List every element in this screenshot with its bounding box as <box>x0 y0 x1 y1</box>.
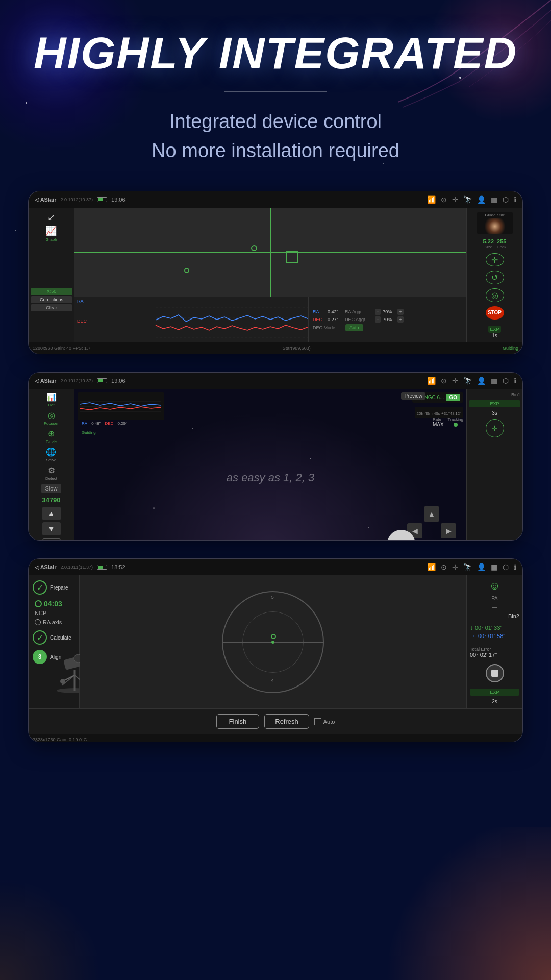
s2-dir-down[interactable]: ▼ <box>424 540 439 541</box>
s1-dec-minus[interactable]: − <box>375 316 381 323</box>
s1-refresh-btn[interactable]: ↺ <box>486 271 504 284</box>
s2-guide-item[interactable]: ⊕ Guide <box>46 429 57 444</box>
s2-tracking-indicator <box>454 423 458 427</box>
s1-ra-row: RA 0.42" RA Aggr − 70% + <box>313 309 406 315</box>
s2-dir-right[interactable]: ▶ <box>441 523 456 538</box>
s1-ra-val: 0.42" <box>328 309 343 314</box>
guide-star-preview: Guide Star <box>477 212 513 234</box>
s1-corrections-btn[interactable]: Corrections <box>31 296 72 303</box>
s2-preview-btn-area: Preview <box>401 392 425 400</box>
s2-af-btn[interactable]: AF <box>42 538 61 541</box>
s1-dec-mode-val[interactable]: Auto <box>345 324 363 331</box>
s1-clear-btn[interactable]: Clear <box>31 304 72 311</box>
s3-total-error-label: Total Error <box>470 647 519 652</box>
s3-step-prepare: ✓ Prepare <box>33 580 75 595</box>
s1-guide-controls: RA 0.42" RA Aggr − 70% + DEC 0.27" DEC A… <box>308 297 410 342</box>
s3-coords: ↓ 00° 01' 33" → 00° 01' 58" <box>470 624 519 641</box>
s2-tracking-label: Tracking <box>448 417 463 422</box>
s1-ra-plus[interactable]: + <box>397 309 403 315</box>
guide-star-image <box>482 218 508 234</box>
s1-dec-mode-label: DEC Mode <box>313 325 343 330</box>
s3-auto-check[interactable] <box>314 718 321 725</box>
s2-solve-item[interactable]: 🌐 Solve <box>46 447 56 462</box>
wifi-icon: 📶 <box>427 195 436 204</box>
s2-people-icon: 👤 <box>477 377 486 385</box>
s1-crosshair-btn[interactable]: ✛ <box>486 253 504 267</box>
dec-wave-label: DEC <box>77 318 87 324</box>
s2-exp-badge: EXP <box>469 400 520 407</box>
s3-coord-row-2: → 00° 01' 58" <box>470 632 519 640</box>
camera-icon: ⊙ <box>441 195 447 204</box>
ra-circle <box>35 619 41 625</box>
s3-auto-checkbox[interactable]: Auto <box>314 718 335 725</box>
check-icon-1: ✓ <box>37 583 43 593</box>
s3-topbar-icons: 📶 ⊙ ✛ 🔭 👤 ▦ ⬡ ℹ <box>427 563 516 571</box>
target-crosshair-icon: ✛ <box>492 424 498 432</box>
s3-topbar: ◁ ASIair 2.0.1011(11.37) 18:52 📶 ⊙ ✛ 🔭 👤… <box>29 559 522 575</box>
s1-graph-item[interactable]: 📈 Graph <box>45 225 57 242</box>
s3-battery <box>97 565 107 570</box>
s3-main-view: 5' 4' <box>80 575 466 708</box>
s2-target-name[interactable]: NGC 6... <box>424 395 444 400</box>
s2-go-btn[interactable]: GO <box>446 394 460 401</box>
s1-dec-plus[interactable]: + <box>397 316 403 323</box>
s3-target-icon: ✛ <box>452 563 458 571</box>
s1-app-name: ◁ ASIair <box>35 197 56 203</box>
focuser-icon: ◎ <box>48 410 55 420</box>
s3-grid-icon: ▦ <box>491 563 497 571</box>
s2-preview-btn[interactable]: Preview <box>401 392 425 400</box>
s2-dec-label: DEC <box>105 421 114 426</box>
s1-x50-btn[interactable]: X:50 <box>31 288 72 295</box>
s2-dir-up[interactable]: ▲ <box>424 506 439 522</box>
s3-finish-btn[interactable]: Finish <box>216 714 260 729</box>
s2-bin-label: Bin1 <box>469 392 520 397</box>
s3-coord2-val: 00° 01' 58" <box>478 633 505 639</box>
s2-shutter-btn[interactable] <box>387 530 415 541</box>
s3-bt-icon: ⬡ <box>503 563 509 571</box>
s1-graph-area: RA DEC RA 0.42" RA Aggr − 70% + <box>74 208 466 342</box>
s2-hot-item[interactable]: 📊 Hot <box>46 392 57 407</box>
s3-arrow-right: → <box>470 632 476 640</box>
s2-app-name: ◁ ASIair <box>35 378 56 384</box>
s1-ra-minus[interactable]: − <box>375 309 381 315</box>
s1-statusbar: 1280x960 Gain: 40 FPS: 1.7 Star(989,503)… <box>29 342 522 354</box>
s2-graph-labels: RA 0.48" DEC 0.29" <box>80 420 162 427</box>
s3-refresh-btn[interactable]: Refresh <box>264 714 309 729</box>
polar-label-5: 5' <box>271 595 275 600</box>
s1-ra-aggr-val: 70% <box>383 309 395 314</box>
s1-exp-section: EXP 1s <box>488 326 500 338</box>
s2-topbar: ◁ ASIair 2.0.1012(10.37) 19:06 📶 ⊙ ✛ 🔭 👤… <box>29 373 522 389</box>
s2-down-btn[interactable]: ▼ <box>42 522 61 535</box>
ra-axis-row: RA axis <box>35 619 75 625</box>
s1-target-btn[interactable]: ◎ <box>486 288 504 302</box>
s3-exp-val: 2s <box>470 699 519 704</box>
s2-focuser-item[interactable]: ◎ Focuser <box>44 410 59 426</box>
s3-wifi-icon: 📶 <box>427 563 436 571</box>
s3-version: 2.0.1011(11.37) <box>60 565 93 570</box>
s2-slow-btn[interactable]: Slow <box>41 484 62 493</box>
s2-up-btn[interactable]: ▲ <box>42 507 61 520</box>
s3-bottom-buttons: Finish Refresh Auto <box>29 708 522 734</box>
s2-rate-label: Rate <box>433 417 444 422</box>
s1-stop-btn[interactable]: STOP <box>486 306 504 320</box>
s2-bt-icon: ⬡ <box>503 377 509 385</box>
s1-dec-val: 0.27" <box>328 317 343 322</box>
s2-target-icon-right[interactable]: ✛ <box>486 419 504 437</box>
s2-up-down: ▲ ▼ <box>42 507 61 535</box>
prepare-check: ✓ <box>33 580 47 595</box>
stop-square <box>491 670 498 677</box>
detect-icon: ⚙ <box>48 465 55 475</box>
s2-right-panel: Bin1 EXP 3s ✛ <box>466 389 522 541</box>
s3-stop-btn[interactable] <box>486 664 504 682</box>
polar-target-star <box>271 634 276 639</box>
ncp-label: NCP <box>35 610 46 616</box>
s2-detect-item[interactable]: ⚙ Detect <box>45 465 57 481</box>
s2-version: 2.0.1012(10.37) <box>60 378 93 383</box>
s3-auto-label: Auto <box>323 719 335 725</box>
s2-battery <box>97 378 107 383</box>
bt-icon: ⬡ <box>503 195 509 204</box>
header-section: HIGHLY INTEGRATED Integrated device cont… <box>0 0 551 181</box>
guide-star-label: Guide Star <box>484 212 505 218</box>
s1-expand-icon[interactable]: ⤢ <box>47 212 55 223</box>
check-icon-2: ✓ <box>37 633 43 643</box>
